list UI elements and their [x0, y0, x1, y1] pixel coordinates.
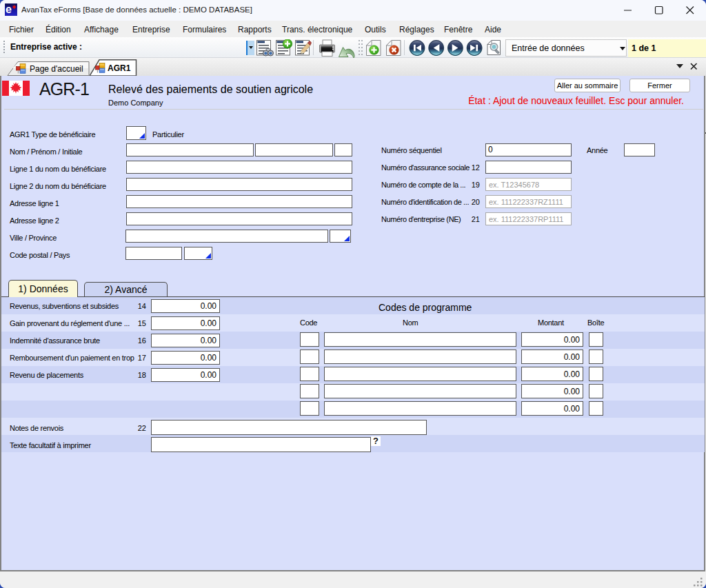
svg-text:e: e	[6, 3, 12, 15]
